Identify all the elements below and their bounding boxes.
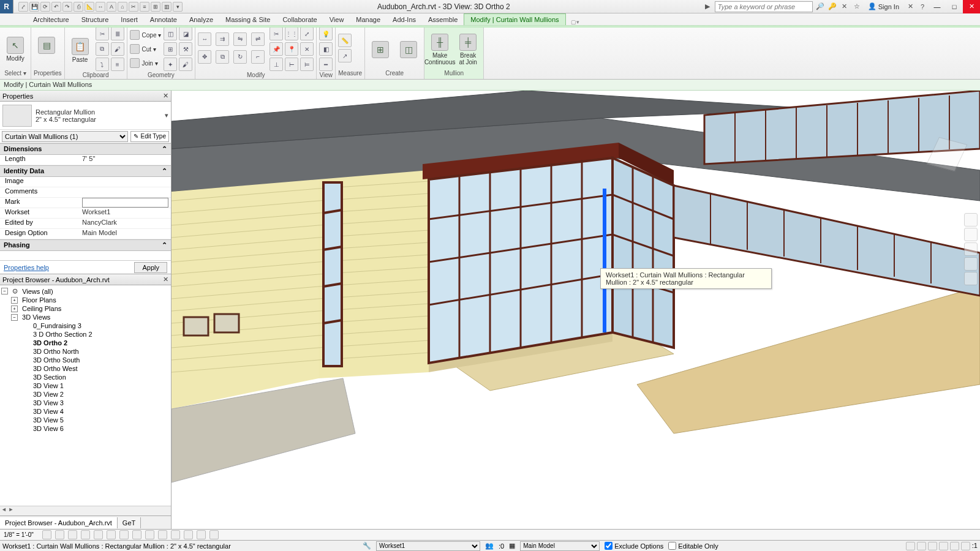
tree-3d-view-item[interactable]: 3D View 4 — [0, 407, 171, 416]
extend-single-icon[interactable]: ⊢ — [285, 58, 298, 71]
browser-h-scrollbar[interactable] — [0, 506, 171, 515]
align-tool-icon[interactable]: ↔ — [198, 32, 211, 46]
panel-label-select[interactable]: Select ▾ — [2, 69, 28, 79]
offset-icon[interactable]: ⇉ — [216, 32, 229, 46]
zoom-icon[interactable] — [964, 242, 978, 256]
tree-3d-view-item[interactable]: 3D View 2 — [0, 390, 171, 399]
tree-3d-view-item[interactable]: 0_Fundraising 3 — [0, 321, 171, 330]
paste-aligned-icon[interactable]: ⤵ — [96, 58, 109, 71]
thinlines-icon[interactable]: ≡ — [140, 2, 149, 12]
expand-icon[interactable]: + — [11, 297, 18, 304]
exclude-options-checkbox[interactable]: Exclude Options — [605, 542, 663, 550]
tree-3d-views[interactable]: − 3D Views — [0, 313, 171, 321]
filter-icon[interactable] — [961, 542, 970, 550]
close-hidden-icon[interactable]: ⊞ — [151, 2, 160, 12]
cope-button[interactable]: Cope ▾ — [130, 29, 162, 41]
override-icon[interactable]: ◧ — [319, 42, 333, 56]
tab-modify-context[interactable]: Modify | Curtain Wall Mullions — [464, 13, 565, 25]
tree-3d-view-item[interactable]: 3D View 1 — [0, 381, 171, 390]
tree-3d-view-item[interactable]: 3D View 6 — [0, 424, 171, 433]
sync-icon[interactable]: ⟳ — [40, 2, 50, 12]
paint-icon[interactable]: 🖌 — [111, 42, 124, 56]
key-icon[interactable]: 🔑 — [827, 2, 837, 12]
linework-icon[interactable]: ━ — [319, 58, 333, 71]
tab-manage[interactable]: Manage — [350, 14, 386, 25]
chevron-down-icon[interactable]: ▾ — [165, 111, 168, 119]
lock-3d-icon[interactable] — [132, 530, 141, 539]
highlight-displace-icon[interactable] — [197, 530, 206, 539]
design-option-select[interactable]: Main Model — [520, 541, 600, 551]
wall-join-icon[interactable]: ✦ — [164, 58, 177, 71]
reveal-constraints-icon[interactable] — [209, 530, 219, 539]
close-icon[interactable]: ✕ — [163, 276, 168, 283]
browser-tab-get[interactable]: GeT — [118, 517, 141, 528]
view-scale[interactable]: 1/8" = 1'-0" — [4, 531, 34, 538]
select-face-icon[interactable] — [939, 542, 948, 550]
match-icon[interactable]: ≣ — [111, 27, 124, 40]
tree-3d-view-item[interactable]: 3D Ortho South — [0, 356, 171, 364]
3d-model-canvas[interactable] — [172, 91, 980, 529]
design-options-icon[interactable]: ▦ — [509, 542, 515, 550]
crop-view-icon[interactable] — [107, 530, 116, 539]
visual-style-icon[interactable] — [55, 530, 64, 539]
redo-icon[interactable]: ↷ — [62, 2, 72, 12]
cut-button[interactable]: Cut ▾ — [130, 43, 162, 55]
tree-ceiling-plans[interactable]: + Ceiling Plans — [0, 304, 171, 313]
select-links-icon[interactable] — [906, 542, 915, 550]
collapse-icon[interactable]: ⌃ — [162, 241, 167, 249]
tab-view[interactable]: View — [323, 14, 350, 25]
qat-dropdown-icon[interactable]: ▾ — [173, 2, 183, 12]
tab-analyze[interactable]: Analyze — [183, 14, 219, 25]
drag-elements-icon[interactable] — [950, 542, 959, 550]
group-identity[interactable]: Identity Data⌃ — [0, 165, 171, 177]
sun-path-icon[interactable] — [68, 530, 77, 539]
analytical-icon[interactable] — [184, 530, 193, 539]
shadows-icon[interactable] — [81, 530, 90, 539]
tab-insert[interactable]: Insert — [115, 14, 144, 25]
tab-addins[interactable]: Add-Ins — [386, 14, 422, 25]
trim-icon[interactable]: ⌐ — [251, 50, 265, 64]
expand-icon[interactable]: + — [11, 305, 18, 312]
collapse-icon[interactable]: − — [11, 314, 18, 321]
search-play-icon[interactable]: ▶ — [703, 2, 712, 12]
sign-in-button[interactable]: 👤Sign In — [864, 2, 903, 10]
paint-geom-icon[interactable]: 🖌 — [179, 58, 192, 71]
favorite-icon[interactable]: ☆ — [852, 2, 862, 12]
temp-hide-icon[interactable] — [145, 530, 154, 539]
switch-windows-icon[interactable]: ▥ — [162, 2, 172, 12]
open-icon[interactable]: ⤤ — [18, 2, 28, 12]
tree-3d-view-item[interactable]: 3D View 3 — [0, 399, 171, 407]
tab-annotate[interactable]: Annotate — [144, 14, 183, 25]
3d-viewport[interactable]: Workset1 : Curtain Wall Mullions : Recta… — [172, 91, 980, 529]
unpin-icon[interactable]: 📍 — [285, 42, 298, 56]
tree-views-root[interactable]: − ⊙ Views (all) — [0, 287, 171, 296]
properties-help-link[interactable]: Properties help — [4, 264, 49, 271]
collapse-icon[interactable]: − — [1, 288, 8, 294]
section-icon[interactable]: ✂ — [129, 2, 138, 12]
tab-collaborate[interactable]: Collaborate — [276, 14, 323, 25]
properties-button[interactable]: ▤ — [34, 34, 59, 62]
type-selector[interactable]: Rectangular Mullion2" x 4.5" rectangular… — [0, 102, 171, 130]
tree-3d-view-item[interactable]: 3D Section — [0, 373, 171, 381]
demolish-icon[interactable]: ⚒ — [179, 42, 192, 56]
hide-icon[interactable]: 💡 — [319, 27, 333, 40]
group-phasing[interactable]: Phasing⌃ — [0, 239, 171, 251]
full-nav-wheel-icon[interactable] — [964, 213, 978, 227]
app-logo[interactable]: R — [0, 0, 13, 13]
wall-opening-icon[interactable]: ◫ — [164, 27, 177, 40]
text-icon[interactable]: A — [107, 2, 116, 12]
paste-button[interactable]: 📋Paste — [67, 36, 93, 63]
detail-level-icon[interactable] — [42, 530, 51, 539]
properties-filter-select[interactable]: Curtain Wall Mullions (1) — [2, 131, 128, 142]
undo-icon[interactable]: ↶ — [51, 2, 61, 12]
properties-header[interactable]: Properties ✕ — [0, 91, 171, 102]
binoculars-icon[interactable]: 🔎 — [815, 2, 825, 12]
exchange-icon[interactable]: ✕ — [840, 2, 850, 12]
browser-tree[interactable]: − ⊙ Views (all) + Floor Plans + Ceiling … — [0, 285, 171, 506]
3d-icon[interactable]: ⌂ — [118, 2, 127, 12]
beam-join-icon[interactable]: ⊞ — [164, 42, 177, 56]
array-icon[interactable]: ⋮⋮ — [285, 27, 298, 40]
match-type-icon[interactable]: ≡ — [111, 58, 124, 71]
select-pinned-icon[interactable] — [928, 542, 937, 550]
tree-3d-view-item[interactable]: 3D View 5 — [0, 416, 171, 424]
